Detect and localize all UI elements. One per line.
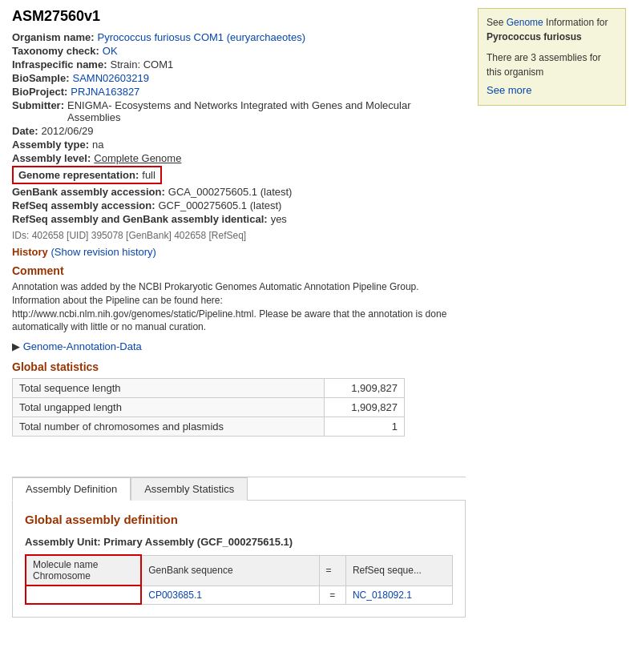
stat-label: Total number of chromosomes and plasmids <box>13 417 325 437</box>
submitter-value: ENIGMA- Ecosystems and Networks Integrat… <box>67 99 466 123</box>
submitter-label: Submitter: <box>12 99 64 123</box>
tabs-section: Assembly Definition Assembly Statistics … <box>12 477 466 618</box>
organism-row: Organism name: Pyrococcus furiosus COM1 … <box>12 31 466 43</box>
tab-assembly-definition[interactable]: Assembly Definition <box>12 477 131 501</box>
submitter-row: Submitter: ENIGMA- Ecosystems and Networ… <box>12 99 466 123</box>
refseq-acc-label: RefSeq assembly accession: <box>12 199 155 211</box>
ids-line: IDs: 402658 [UID] 395078 [GenBank] 40265… <box>12 230 466 241</box>
stat-value: 1,909,827 <box>325 379 405 398</box>
genome-rep-value: full <box>142 169 155 181</box>
identical-label: RefSeq assembly and GenBank assembly ide… <box>12 213 268 225</box>
biosample-row: BioSample: SAMN02603219 <box>12 72 466 84</box>
col-header-molecule: Molecule name Chromosome <box>26 555 141 585</box>
genbank-seq-cell: CP003685.1 <box>141 585 319 604</box>
assembly-type-row: Assembly type: na <box>12 139 466 151</box>
page-title: ASM27560v1 <box>12 8 466 25</box>
comment-section: Comment Annotation was added by the NCBI… <box>12 264 466 334</box>
col-header-refseq: RefSeq seque... <box>345 555 452 585</box>
right-panel: See Genome Information for Pyrococcus fu… <box>478 8 626 618</box>
table-row: CP003685.1 = NC_018092.1 <box>26 585 453 604</box>
identical-row: RefSeq assembly and GenBank assembly ide… <box>12 213 466 225</box>
organism-label: Organism name: <box>12 31 95 43</box>
history-section: History (Show revision history) <box>12 246 466 258</box>
biosample-label: BioSample: <box>12 72 70 84</box>
assemblies-text: There are 3 assemblies for this organism <box>487 50 617 79</box>
assembly-type-label: Assembly type: <box>12 139 89 151</box>
global-stats-table: Total sequence length 1,909,827 Total un… <box>12 378 405 437</box>
molecule-name-cell <box>26 585 141 604</box>
info-for-label: Information for <box>546 17 608 28</box>
infraspecific-value: Strain: COM1 <box>111 58 174 70</box>
refseq-acc-row: RefSeq assembly accession: GCF_000275605… <box>12 199 466 211</box>
genbank-acc-value: GCA_000275605.1 (latest) <box>168 186 293 198</box>
comment-text: Annotation was added by the NCBI Prokary… <box>12 280 466 334</box>
stats-row: Total sequence length 1,909,827 <box>13 379 405 398</box>
infraspecific-row: Infraspecific name: Strain: COM1 <box>12 58 466 70</box>
stat-label: Total sequence length <box>13 379 325 398</box>
assembly-table: Molecule name Chromosome GenBank sequenc… <box>25 554 453 605</box>
date-row: Date: 2012/06/29 <box>12 125 466 137</box>
col-header-molecule-name: Molecule name <box>33 559 134 570</box>
tab-assembly-statistics[interactable]: Assembly Statistics <box>131 477 248 501</box>
stat-value: 1 <box>325 417 405 437</box>
refseq-seq-cell: NC_018092.1 <box>345 585 452 604</box>
see-text: See <box>487 17 503 28</box>
assembly-level-row: Assembly level: Complete Genome <box>12 152 466 164</box>
genome-annotation-link[interactable]: Genome-Annotation-Data <box>23 340 142 352</box>
comment-title: Comment <box>12 264 466 277</box>
genbank-link[interactable]: CP003685.1 <box>148 590 202 601</box>
col-header-genbank: GenBank sequence <box>141 555 319 585</box>
genome-rep-box: Genome representation: full <box>12 166 162 184</box>
date-label: Date: <box>12 125 38 137</box>
bioproject-row: BioProject: PRJNA163827 <box>12 86 466 98</box>
assembly-unit-label: Assembly Unit: Primary Assembly (GCF_000… <box>25 536 453 548</box>
assembly-level-label: Assembly level: <box>12 152 91 164</box>
tab-content: Global assembly definition Assembly Unit… <box>12 500 466 618</box>
infraspecific-label: Infraspecific name: <box>12 58 107 70</box>
taxonomy-row: Taxonomy check: OK <box>12 45 466 57</box>
biosample-link[interactable]: SAMN02603219 <box>73 72 149 84</box>
history-link[interactable]: (Show revision history) <box>50 246 156 258</box>
genbank-acc-row: GenBank assembly accession: GCA_00027560… <box>12 186 466 198</box>
genbank-acc-label: GenBank assembly accession: <box>12 186 165 198</box>
stats-row: Total ungapped length 1,909,827 <box>13 398 405 417</box>
col-header-chromosome: Chromosome <box>33 570 134 581</box>
organism-link[interactable]: Pyrococcus furiosus COM1 (euryarchaeotes… <box>98 31 305 43</box>
global-assembly-title: Global assembly definition <box>25 513 453 526</box>
genome-annotation-link-row: Genome-Annotation-Data <box>12 340 466 352</box>
genome-link[interactable]: Genome <box>507 17 543 28</box>
assembly-level-value: Complete Genome <box>94 152 181 164</box>
global-stats-title: Global statistics <box>12 360 466 373</box>
history-label: History <box>12 246 48 258</box>
col-header-eq: = <box>319 555 345 585</box>
genome-info-box: See Genome Information for Pyrococcus fu… <box>478 8 626 106</box>
taxonomy-label: Taxonomy check: <box>12 45 99 57</box>
organism-name-bold: Pyrococcus furiosus <box>487 31 582 42</box>
stat-label: Total ungapped length <box>13 398 325 417</box>
refseq-link[interactable]: NC_018092.1 <box>353 590 412 601</box>
see-more-link[interactable]: See more <box>487 82 617 99</box>
bioproject-link[interactable]: PRJNA163827 <box>71 86 139 98</box>
identical-value: yes <box>271 213 287 225</box>
taxonomy-link[interactable]: OK <box>103 45 118 57</box>
stat-value: 1,909,827 <box>325 398 405 417</box>
date-value: 2012/06/29 <box>42 125 94 137</box>
bioproject-label: BioProject: <box>12 86 67 98</box>
genome-rep-label: Genome representation: <box>18 169 139 181</box>
eq-cell: = <box>319 585 345 604</box>
left-panel: ASM27560v1 Organism name: Pyrococcus fur… <box>12 8 466 618</box>
stats-row: Total number of chromosomes and plasmids… <box>13 417 405 437</box>
assembly-type-value: na <box>92 139 103 151</box>
tabs-bar: Assembly Definition Assembly Statistics <box>12 477 466 501</box>
refseq-acc-value: GCF_000275605.1 (latest) <box>158 199 281 211</box>
